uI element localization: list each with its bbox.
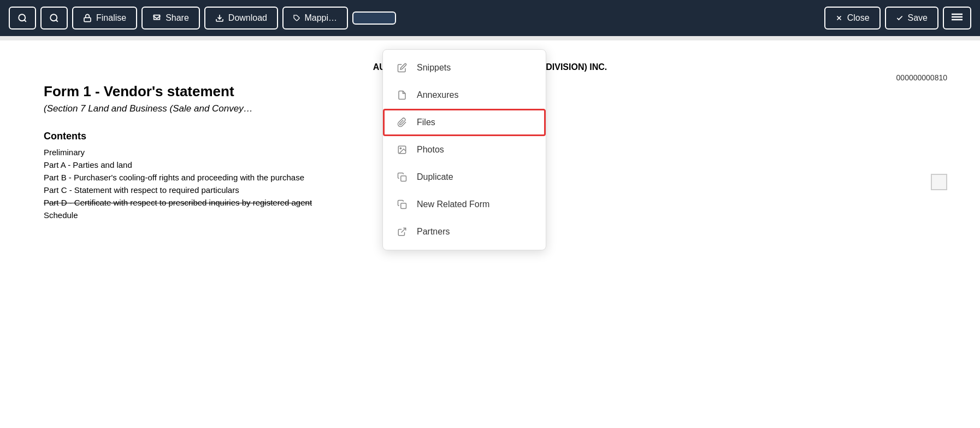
image-icon	[396, 144, 408, 156]
finalise-label: Finalise	[96, 13, 126, 23]
svg-rect-15	[401, 203, 406, 209]
progress-bar	[0, 36, 980, 40]
snippets-label: Snippets	[417, 63, 451, 73]
svg-point-13	[400, 148, 401, 149]
dropdown-item-partners[interactable]: Partners	[383, 218, 546, 245]
search-icon-1	[17, 13, 27, 23]
checkbox-placeholder[interactable]	[931, 174, 947, 190]
share-label: Share	[166, 13, 189, 23]
dropdown-menu: Snippets Annexures Files Photos	[382, 49, 546, 250]
doc-number: 000000000810	[896, 73, 947, 82]
svg-line-16	[402, 228, 406, 232]
external-link-icon	[396, 226, 408, 238]
dropdown-item-photos[interactable]: Photos	[383, 136, 546, 163]
close-button[interactable]: Close	[824, 7, 881, 30]
dropdown-item-files[interactable]: Files	[383, 109, 546, 136]
share-icon	[152, 14, 161, 22]
svg-point-2	[50, 14, 57, 21]
new-related-form-label: New Related Form	[417, 200, 489, 209]
files-label: Files	[417, 118, 435, 127]
paperclip-icon	[396, 116, 408, 128]
main-content: AUSTRALIAN INSTITUTE OF CONV…IAN DIVISIO…	[0, 40, 980, 245]
svg-rect-4	[84, 17, 91, 21]
dropdown-item-snippets[interactable]: Snippets	[383, 54, 546, 81]
save-button[interactable]: Save	[885, 7, 938, 30]
toolbar-right: Close Save	[824, 7, 971, 30]
save-label: Save	[908, 13, 928, 23]
download-icon	[215, 14, 224, 22]
photos-label: Photos	[417, 145, 444, 155]
search-icon-2	[49, 13, 59, 23]
search-button-1[interactable]	[9, 7, 36, 30]
active-button[interactable]	[352, 11, 396, 25]
x-icon	[835, 14, 843, 22]
svg-rect-14	[401, 176, 406, 181]
finalise-button[interactable]: Finalise	[72, 7, 137, 30]
hamburger-icon	[952, 13, 963, 21]
close-label: Close	[847, 13, 870, 23]
duplicate-icon	[396, 171, 408, 183]
share-button[interactable]: Share	[141, 7, 200, 30]
download-button[interactable]: Download	[204, 7, 278, 30]
mapping-label: Mappi…	[304, 13, 337, 23]
new-form-icon	[396, 198, 408, 210]
duplicate-label: Duplicate	[417, 172, 453, 182]
svg-line-3	[56, 20, 57, 21]
annexures-label: Annexures	[417, 90, 459, 100]
menu-button[interactable]	[943, 7, 971, 30]
edit-icon	[396, 62, 408, 74]
search-button-2[interactable]	[40, 7, 68, 30]
partners-label: Partners	[417, 227, 450, 237]
tag-icon	[293, 14, 300, 22]
download-label: Download	[228, 13, 267, 23]
file-icon	[396, 89, 408, 101]
toolbar: Finalise Share Download Mappi… Close Sav…	[0, 0, 980, 36]
mapping-button[interactable]: Mappi…	[282, 7, 348, 30]
lock-icon	[83, 14, 92, 22]
svg-point-0	[19, 14, 25, 21]
dropdown-item-annexures[interactable]: Annexures	[383, 81, 546, 109]
dropdown-item-duplicate[interactable]: Duplicate	[383, 163, 546, 191]
dropdown-item-new-related-form[interactable]: New Related Form	[383, 191, 546, 218]
svg-line-1	[24, 20, 26, 21]
check-icon	[896, 14, 904, 22]
